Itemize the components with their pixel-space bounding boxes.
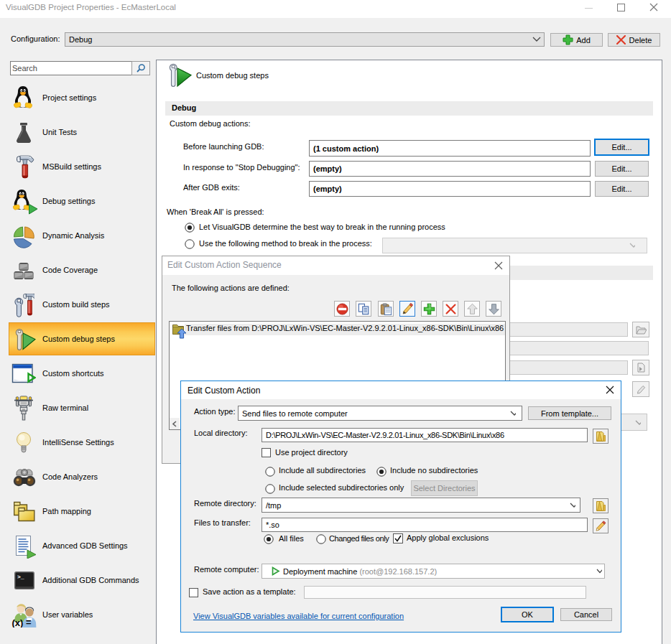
svg-text:=: = — [26, 617, 32, 627]
svg-text:>_: >_ — [17, 574, 24, 580]
svg-text:(x): (x) — [12, 617, 24, 627]
